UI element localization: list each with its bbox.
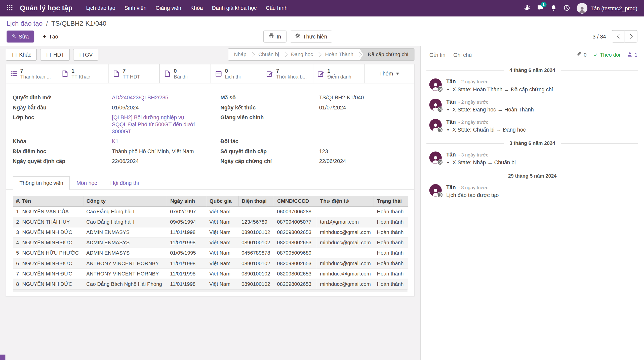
attachments-button[interactable]: 0 bbox=[576, 52, 587, 58]
send-message-tab[interactable]: Gửi tin bbox=[429, 52, 446, 58]
stat-button-tt-khac[interactable]: 1TT Khác bbox=[57, 64, 108, 83]
stage-dang-hoc[interactable]: Đang học bbox=[285, 49, 319, 60]
col-header-cong-ty[interactable]: Công ty bbox=[83, 196, 167, 207]
table-row[interactable]: 3NGUYỄN MINH ĐỨCADMIN ENMASYS11/01/1998V… bbox=[13, 227, 408, 237]
stage-chuan-bi[interactable]: Chuẩn bị bbox=[253, 49, 285, 60]
stat-button-lich-thi[interactable]: 0Lịch thi bbox=[211, 64, 262, 83]
followers-button[interactable]: 1 bbox=[627, 52, 637, 58]
field-value-khoa[interactable]: K1 bbox=[112, 138, 212, 145]
create-button[interactable]: + Tạo bbox=[37, 30, 64, 43]
tab-hoi-dong-thi[interactable]: Hội đồng thi bbox=[104, 176, 145, 190]
stat-label: TT Khác bbox=[71, 74, 90, 80]
stage-nhap[interactable]: Nháp bbox=[228, 49, 252, 60]
col-header-ten[interactable]: #. Tên bbox=[13, 196, 83, 207]
breadcrumb-parent-link[interactable]: Lịch đào tạo bbox=[7, 20, 43, 27]
tt-khac-button[interactable]: TT Khác bbox=[6, 49, 37, 61]
print-button-label: In bbox=[276, 33, 281, 39]
row-number: 1 bbox=[16, 209, 22, 215]
col-header-trang-thai[interactable]: Trạng thái bbox=[374, 196, 408, 207]
menu-item-cau-hinh[interactable]: Cấu hình bbox=[261, 0, 292, 17]
col-header-cmnd-cccd[interactable]: CMND/CCCD bbox=[274, 196, 317, 207]
file-icon bbox=[113, 70, 120, 77]
phone-cell: 0890100102 bbox=[238, 227, 274, 237]
menu-item-khoa[interactable]: Khóa bbox=[186, 0, 207, 17]
message-author: Tân bbox=[446, 151, 456, 158]
stat-button-thoi-khoa-b[interactable]: 7Thời khóa b... bbox=[262, 64, 313, 83]
message-avatar[interactable] bbox=[429, 99, 442, 111]
col-header-thu-dien-tu[interactable]: Thư điện tử bbox=[317, 196, 374, 207]
field-value-lop-hoc[interactable]: [QLBH2] Bồi dưỡng nghiệp vụ SQQL Đại Phó… bbox=[112, 114, 212, 135]
messages-button[interactable]: 1 bbox=[534, 0, 547, 17]
row-number: 3 bbox=[16, 229, 22, 235]
student-name: NGUYỄN MINH ĐỨC bbox=[22, 281, 72, 287]
field-value-ngay-cap-chung-chi: 22/06/2024 bbox=[319, 158, 407, 165]
email-cell bbox=[317, 207, 374, 217]
notifications-button[interactable] bbox=[547, 0, 560, 17]
message-avatar[interactable] bbox=[429, 119, 442, 131]
date-separator: 29 tháng 5 năm 2024 bbox=[421, 173, 644, 179]
apps-menu-button[interactable] bbox=[3, 0, 17, 17]
pager-previous-button[interactable] bbox=[612, 30, 625, 43]
table-row[interactable]: 6NGUYỄN MINH ĐỨCANTHONY VINCENT HORNBY11… bbox=[13, 258, 408, 268]
ttgv-button[interactable]: TTGV bbox=[73, 49, 98, 61]
print-button[interactable]: In bbox=[263, 30, 287, 43]
pencil-icon: ✎ bbox=[12, 33, 16, 39]
birth-date-cell: 07/02/1997 bbox=[167, 207, 206, 217]
chevron-right-icon bbox=[628, 34, 633, 39]
header-buttons: TT Khác TT HDT TTGV bbox=[6, 49, 98, 61]
user-name: Tân (testmc2_prod) bbox=[591, 5, 637, 12]
field-value-quyet-dinh-mo[interactable]: AD/240423/QLBH2/285 bbox=[112, 94, 212, 101]
col-header-ngay-sinh[interactable]: Ngày sinh bbox=[167, 196, 206, 207]
pager-next-button[interactable] bbox=[625, 30, 637, 43]
menu-item-lich-dao-tao[interactable]: Lịch đào tạo bbox=[82, 0, 120, 17]
message-body: X State: Chuẩn bị → Đang học bbox=[446, 127, 526, 133]
follow-button[interactable]: ✓ Theo dõi bbox=[594, 52, 620, 58]
more-button[interactable]: Thêm bbox=[365, 64, 414, 83]
menu-item-danh-gia-khoa-hoc[interactable]: Đánh giá khóa học bbox=[207, 0, 261, 17]
table-row[interactable]: 1NGUYỄN VĂN CỦACao Đẳng Hàng hải I07/02/… bbox=[13, 207, 408, 217]
message-avatar[interactable] bbox=[429, 78, 442, 91]
tt-hdt-button[interactable]: TT HDT bbox=[40, 49, 70, 61]
user-menu[interactable]: Tân (testmc2_prod) bbox=[573, 3, 641, 14]
stat-count: 7 bbox=[123, 67, 140, 74]
date-separator: 4 tháng 6 năm 2024 bbox=[421, 67, 644, 73]
message-avatar[interactable] bbox=[429, 151, 442, 164]
navbar: Quản lý học tập Lịch đào tạoSinh viênGiả… bbox=[0, 0, 644, 17]
edit-button[interactable]: ✎ Sửa bbox=[7, 30, 34, 43]
debug-bug-button[interactable] bbox=[520, 0, 534, 17]
stat-count: 7 bbox=[276, 67, 307, 74]
table-row[interactable]: 8NGUYỄN MINH ĐỨCCao Đẳng Bách Nghệ Hải P… bbox=[13, 279, 408, 289]
table-row[interactable]: 7NGUYỄN MINH ĐỨCANTHONY VINCENT HORNBY11… bbox=[13, 268, 408, 279]
stat-button-thanh-toan[interactable]: 7Thanh toán ... bbox=[6, 64, 57, 83]
run-action-button[interactable]: Thực hiện bbox=[290, 30, 333, 43]
field-value-ngay-ket-thuc: 01/07/2024 bbox=[319, 104, 407, 111]
menu-item-giang-vien[interactable]: Giảng viên bbox=[151, 0, 186, 17]
table-row[interactable]: 4NGUYỄN MINH ĐỨCADMIN ENMASYS11/01/1998V… bbox=[13, 237, 408, 248]
stat-button-diem-danh[interactable]: 1Điểm danh bbox=[313, 64, 365, 83]
message-header: Tân- 2 ngày trước bbox=[446, 99, 534, 105]
log-note-tab[interactable]: Ghi chú bbox=[453, 52, 472, 58]
check-icon: ✓ bbox=[594, 52, 598, 58]
apps-grid-icon bbox=[6, 5, 13, 12]
app-root: Quản lý học tập Lịch đào tạoSinh viênGiả… bbox=[0, 0, 644, 360]
tab-mon-hoc[interactable]: Môn học bbox=[70, 176, 104, 190]
stat-button-bai-thi[interactable]: 0Bài thi bbox=[160, 64, 211, 83]
menu-item-sinh-vien[interactable]: Sinh viên bbox=[120, 0, 151, 17]
stage-hoan-thanh[interactable]: Hoàn Thành bbox=[319, 49, 359, 60]
table-row[interactable]: 2NGUYỄN THÁI HUYCao Đẳng Hàng hải I09/05… bbox=[13, 217, 408, 227]
message-avatar[interactable] bbox=[429, 184, 442, 196]
field-value-ngay-bat-dau: 01/06/2024 bbox=[112, 104, 212, 111]
stat-button-tt-hdt[interactable]: 7TT HDT bbox=[109, 64, 160, 83]
id-number-cell: 082098002653 bbox=[274, 258, 317, 268]
activities-button[interactable] bbox=[560, 0, 573, 17]
stage-da-cap-chung-chi[interactable]: Đã cấp chứng chỉ bbox=[359, 49, 414, 60]
col-header-quoc-gia[interactable]: Quốc gia bbox=[206, 196, 238, 207]
table-row[interactable]: 5NGUYỄN HỮU PHƯỚCADMIN ENMASYS01/05/1995… bbox=[13, 248, 408, 258]
birth-date-cell: 01/05/1995 bbox=[167, 248, 206, 258]
stage-bar: NhápChuẩn bịĐang họcHoàn ThànhĐã cấp chứ… bbox=[228, 48, 415, 61]
tab-thong-tin-hoc-vien[interactable]: Thông tin học viên bbox=[13, 176, 70, 190]
company-cell: ANTHONY VINCENT HORNBY bbox=[83, 268, 167, 279]
stat-text: 7Thời khóa b... bbox=[276, 67, 307, 80]
status-cell: Hoàn thành bbox=[374, 227, 408, 237]
col-header-dien-thoai[interactable]: Điện thoại bbox=[238, 196, 274, 207]
